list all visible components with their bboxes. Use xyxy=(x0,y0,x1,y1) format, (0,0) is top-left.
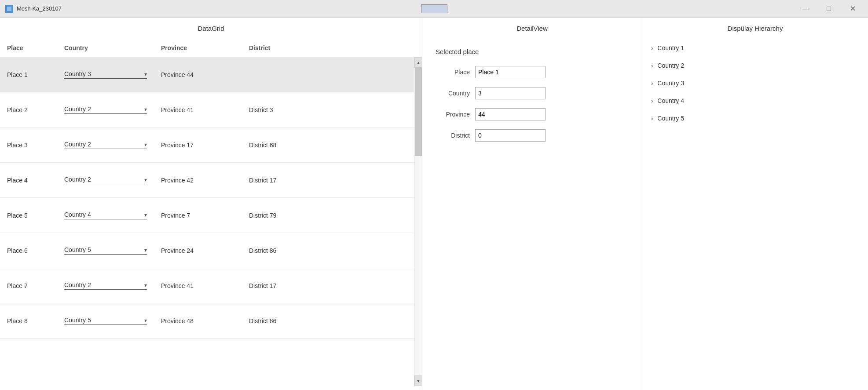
detail-panel: DetailView Selected place Place Country … xyxy=(422,18,642,390)
hierarchy-item[interactable]: › Country 2 xyxy=(642,57,868,74)
hierarchy-item-label: Country 3 xyxy=(657,80,684,87)
province-label: Province xyxy=(436,111,475,118)
country-dropdown[interactable]: Country 4 ▾ xyxy=(64,211,147,219)
detail-province-field: Province xyxy=(436,108,629,120)
close-button[interactable]: ✕ xyxy=(842,2,863,16)
country-dropdown-text: Country 5 xyxy=(64,246,143,253)
country-dropdown-text: Country 4 xyxy=(64,211,143,218)
table-row[interactable]: Place 3 Country 2 ▾ Province 17 District… xyxy=(0,128,422,163)
cell-extra xyxy=(330,142,422,149)
cell-country[interactable]: Country 3 ▾ xyxy=(57,67,154,82)
dropdown-arrow-icon: ▾ xyxy=(144,212,147,218)
country-dropdown[interactable]: Country 2 ▾ xyxy=(64,176,147,184)
cell-district: District 79 xyxy=(242,208,330,222)
selected-place-label: Selected place xyxy=(436,48,629,55)
main-content: DataGrid Place Country Province District… xyxy=(0,18,868,390)
cell-country[interactable]: Country 4 ▾ xyxy=(57,208,154,223)
hierarchy-item-label: Country 2 xyxy=(657,62,684,69)
cell-place: Place 7 xyxy=(0,279,57,293)
dropdown-arrow-icon: ▾ xyxy=(144,317,147,324)
country-dropdown-text: Country 3 xyxy=(64,70,143,77)
dropdown-arrow-icon: ▾ xyxy=(144,177,147,183)
country-dropdown[interactable]: Country 2 ▾ xyxy=(64,281,147,290)
dropdown-arrow-icon: ▾ xyxy=(144,106,147,113)
cell-district: District 17 xyxy=(242,173,330,187)
scroll-up-button[interactable]: ▲ xyxy=(414,57,422,68)
table-row[interactable]: Place 6 Country 5 ▾ Province 24 District… xyxy=(0,233,422,268)
country-label: Country xyxy=(436,90,475,97)
table-header: Place Country Province District xyxy=(0,39,422,57)
district-input[interactable] xyxy=(475,129,546,142)
table-body[interactable]: Place 1 Country 3 ▾ Province 44 Place 2 … xyxy=(0,57,422,386)
hierarchy-item[interactable]: › Country 1 xyxy=(642,39,868,57)
cell-place: Place 5 xyxy=(0,208,57,222)
dropdown-arrow-icon: ▾ xyxy=(144,247,147,253)
datagrid-panel: DataGrid Place Country Province District… xyxy=(0,18,422,390)
dropdown-arrow-icon: ▾ xyxy=(144,142,147,148)
minimize-button[interactable]: — xyxy=(795,2,815,16)
chevron-right-icon: › xyxy=(651,45,653,51)
col-header-province: Province xyxy=(154,43,242,53)
cell-province: Province 42 xyxy=(154,173,242,187)
chevron-right-icon: › xyxy=(651,62,653,69)
hierarchy-item-label: Country 5 xyxy=(657,115,684,122)
cell-place: Place 4 xyxy=(0,173,57,187)
cell-province: Province 17 xyxy=(154,138,242,152)
place-label: Place xyxy=(436,69,475,76)
table-row[interactable]: Place 2 Country 2 ▾ Province 41 District… xyxy=(0,92,422,128)
district-label: District xyxy=(436,132,475,139)
cell-district: District 86 xyxy=(242,314,330,328)
cell-district: District 17 xyxy=(242,279,330,293)
country-input[interactable] xyxy=(475,87,546,99)
place-input[interactable] xyxy=(475,66,546,78)
center-button[interactable] xyxy=(421,4,447,13)
hierarchy-title: Dispülay Hierarchy xyxy=(642,18,868,39)
hierarchy-item[interactable]: › Country 4 xyxy=(642,92,868,109)
country-dropdown[interactable]: Country 5 ▾ xyxy=(64,246,147,255)
cell-country[interactable]: Country 2 ▾ xyxy=(57,172,154,188)
maximize-button[interactable]: □ xyxy=(819,2,839,16)
datagrid-table: Place Country Province District Place 1 … xyxy=(0,39,422,390)
cell-extra xyxy=(330,177,422,184)
country-dropdown-text: Country 2 xyxy=(64,281,143,288)
cell-province: Province 24 xyxy=(154,244,242,258)
table-row[interactable]: Place 1 Country 3 ▾ Province 44 xyxy=(0,57,422,92)
country-dropdown[interactable]: Country 2 ▾ xyxy=(64,141,147,149)
hierarchy-items-container: › Country 1 › Country 2 › Country 3 › Co… xyxy=(642,39,868,127)
scrollbar-thumb[interactable] xyxy=(415,68,422,156)
cell-country[interactable]: Country 5 ▾ xyxy=(57,243,154,258)
table-row[interactable]: Place 4 Country 2 ▾ Province 42 District… xyxy=(0,163,422,198)
country-dropdown-text: Country 2 xyxy=(64,106,143,113)
scrollbar-track[interactable]: ▲ ▼ xyxy=(414,57,422,386)
country-dropdown-text: Country 2 xyxy=(64,141,143,148)
dropdown-arrow-icon: ▾ xyxy=(144,71,147,77)
hierarchy-item-label: Country 4 xyxy=(657,97,684,104)
cell-country[interactable]: Country 2 ▾ xyxy=(57,278,154,293)
country-dropdown[interactable]: Country 3 ▾ xyxy=(64,70,147,79)
scroll-down-button[interactable]: ▼ xyxy=(414,375,422,386)
province-input[interactable] xyxy=(475,108,546,120)
country-dropdown[interactable]: Country 5 ▾ xyxy=(64,317,147,325)
hierarchy-item[interactable]: › Country 5 xyxy=(642,109,868,127)
country-dropdown[interactable]: Country 2 ▾ xyxy=(64,106,147,114)
country-dropdown-text: Country 2 xyxy=(64,176,143,183)
table-row[interactable]: Place 7 Country 2 ▾ Province 41 District… xyxy=(0,268,422,303)
cell-extra xyxy=(330,317,422,324)
cell-country[interactable]: Country 5 ▾ xyxy=(57,313,154,328)
detail-district-field: District xyxy=(436,129,629,142)
cell-district: District 3 xyxy=(242,103,330,117)
cell-province: Province 41 xyxy=(154,103,242,117)
cell-country[interactable]: Country 2 ▾ xyxy=(57,137,154,153)
country-dropdown-text: Country 5 xyxy=(64,317,143,324)
table-row[interactable]: Place 5 Country 4 ▾ Province 7 District … xyxy=(0,198,422,233)
chevron-right-icon: › xyxy=(651,80,653,87)
table-row[interactable]: Place 8 Country 5 ▾ Province 48 District… xyxy=(0,303,422,339)
col-header-place: Place xyxy=(0,43,57,53)
title-bar-center-area xyxy=(421,4,447,13)
cell-country[interactable]: Country 2 ▾ xyxy=(57,102,154,117)
app-icon xyxy=(5,5,13,13)
title-bar-controls: — □ ✕ xyxy=(795,2,863,16)
svg-rect-1 xyxy=(7,7,11,11)
hierarchy-panel: Dispülay Hierarchy › Country 1 › Country… xyxy=(642,18,868,390)
hierarchy-item[interactable]: › Country 3 xyxy=(642,74,868,92)
